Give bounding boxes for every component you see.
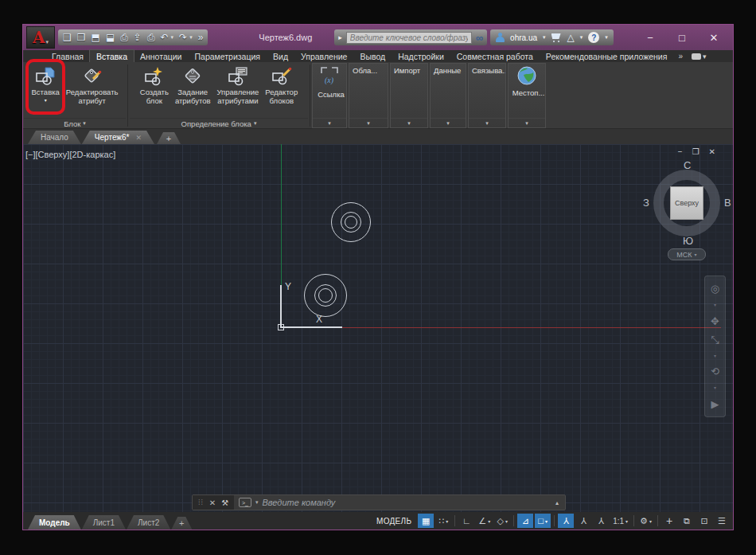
- crosshair-button[interactable]: +: [661, 514, 677, 528]
- undo-icon[interactable]: ↶: [161, 33, 169, 42]
- redo-dropdown-icon[interactable]: ▾: [189, 34, 193, 41]
- panel-data[interactable]: Данные ▾: [430, 63, 466, 128]
- viewport-controls-label[interactable]: [−][Сверху][2D-каркас]: [25, 150, 115, 159]
- tab-parametrizaciya[interactable]: Параметризация: [189, 50, 267, 62]
- orbit-icon[interactable]: ⟲: [711, 366, 719, 377]
- minimize-button[interactable]: −: [634, 27, 666, 48]
- viewcube-west-label[interactable]: З: [643, 197, 649, 209]
- redo-icon[interactable]: ↷: [179, 33, 187, 42]
- maximize-button[interactable]: □: [666, 27, 698, 48]
- undo-dropdown-icon[interactable]: ▾: [171, 34, 174, 41]
- layout-tab-list1[interactable]: Лист1: [82, 515, 126, 530]
- command-prompt-icon[interactable]: >_: [239, 498, 251, 507]
- a360-dropdown-icon[interactable]: ▾: [580, 34, 583, 41]
- customize-wrench-icon[interactable]: ⚒: [221, 498, 228, 507]
- close-icon[interactable]: ✕: [209, 498, 216, 507]
- open-icon[interactable]: ❒: [77, 33, 86, 42]
- app-menu-button[interactable]: A ▾: [26, 26, 55, 49]
- drawing-close-icon[interactable]: ✕: [709, 147, 715, 156]
- tab-glavnaya[interactable]: Главная: [45, 50, 90, 62]
- help-icon[interactable]: ?: [588, 32, 599, 43]
- command-line[interactable]: ⁞⁞ ✕ ⚒ >_ ▾ Введите команду ▴: [192, 494, 566, 510]
- exchange-cart-icon[interactable]: [551, 33, 562, 42]
- chevron-down-icon[interactable]: ▾: [714, 354, 716, 358]
- edit-attribute-button[interactable]: Редактировать атрибут: [64, 64, 121, 106]
- panel-reference-expand[interactable]: ▾: [313, 118, 346, 127]
- tab-rekomendovannye[interactable]: Рекомендованные приложения: [540, 50, 674, 62]
- file-tab-drawing[interactable]: Чертеж6* ✕: [82, 131, 154, 144]
- model-space-button[interactable]: МОДЕЛЬ: [372, 514, 416, 528]
- clean-screen-button[interactable]: ⊡: [696, 514, 712, 528]
- account-dropdown-icon[interactable]: ▾: [543, 34, 546, 41]
- new-drawing-tab-button[interactable]: +: [157, 132, 181, 144]
- new-layout-button[interactable]: +: [171, 517, 192, 530]
- annotation-autoscale-toggle[interactable]: Y: [575, 514, 591, 528]
- isodraft-toggle[interactable]: ◇▾: [494, 514, 510, 528]
- circle-object[interactable]: [345, 216, 357, 229]
- tab-nadstroyki[interactable]: Надстройки: [392, 50, 450, 62]
- drawing-minimize-icon[interactable]: −: [678, 147, 683, 156]
- drawing-restore-icon[interactable]: ❐: [692, 147, 699, 156]
- manage-attributes-button[interactable]: Управление атрибутами: [214, 64, 261, 106]
- qat-overflow-icon[interactable]: »: [198, 33, 204, 42]
- tab-vstavka[interactable]: Вставка: [90, 50, 134, 62]
- search-go-icon[interactable]: ▸: [338, 33, 342, 41]
- viewcube-north-label[interactable]: С: [684, 159, 691, 171]
- viewcube-top-face[interactable]: Сверху: [670, 186, 703, 220]
- a360-icon[interactable]: △: [567, 32, 575, 43]
- close-icon[interactable]: ✕: [135, 134, 142, 142]
- define-attributes-button[interactable]: Задание атрибутов: [173, 64, 213, 106]
- chevron-down-icon[interactable]: ▾: [714, 385, 716, 390]
- search-icon[interactable]: ∞: [476, 32, 483, 44]
- wcs-menu-button[interactable]: МСК ▾: [668, 248, 706, 260]
- file-tab-start[interactable]: Начало: [28, 131, 81, 144]
- close-button[interactable]: ✕: [698, 27, 730, 48]
- annotation-visibility-toggle[interactable]: Y: [558, 514, 574, 528]
- tab-annotacii[interactable]: Аннотации: [134, 50, 189, 62]
- save-as-icon[interactable]: ⬓: [106, 33, 115, 42]
- layout-tab-model[interactable]: Модель: [28, 515, 81, 530]
- insert-block-button[interactable]: Вставка ▾: [29, 64, 62, 104]
- circle-object[interactable]: [318, 288, 333, 303]
- tab-sovmestnaya-rabota[interactable]: Совместная работа: [450, 50, 540, 62]
- panel-reference[interactable]: (x) Ссылка ▾: [312, 63, 347, 128]
- plot-icon[interactable]: ⎙: [147, 33, 155, 42]
- object-snap-toggle[interactable]: □▾: [535, 514, 551, 528]
- save-icon[interactable]: ⬒: [92, 33, 100, 42]
- isolate-objects-button[interactable]: ⧉: [679, 514, 695, 528]
- panel-import-expand[interactable]: ▾: [391, 118, 427, 127]
- grid-toggle[interactable]: ▦: [418, 514, 434, 528]
- pan-icon[interactable]: ✥: [711, 316, 719, 326]
- annotation-scale-value[interactable]: 1:1▾: [610, 514, 630, 528]
- customization-menu-button[interactable]: ☰: [714, 514, 730, 528]
- new-icon[interactable]: ❑: [63, 33, 72, 42]
- chevron-down-icon[interactable]: ▾: [714, 303, 716, 307]
- tab-upravlenie[interactable]: Управление: [294, 50, 353, 62]
- panel-oblaka-expand[interactable]: ▾: [349, 118, 388, 127]
- tab-vyvod[interactable]: Вывод: [353, 50, 392, 62]
- block-editor-button[interactable]: Редактор блоков: [263, 64, 300, 106]
- panel-blockdef-caption[interactable]: Определение блока ▾: [130, 118, 308, 128]
- drag-handle[interactable]: ⁞⁞: [198, 498, 204, 506]
- panel-location[interactable]: Местоп... ▾: [508, 63, 546, 128]
- panel-linking-expand[interactable]: ▾: [469, 118, 505, 127]
- panel-oblaka[interactable]: Обла... ▾: [349, 63, 388, 128]
- layout-tab-list2[interactable]: Лист2: [127, 515, 170, 530]
- ribbon-minimize-button[interactable]: ▾: [688, 50, 711, 62]
- publish-icon[interactable]: ⇪: [134, 33, 142, 42]
- panel-import[interactable]: Импорт ▾: [390, 63, 428, 128]
- polar-tracking-toggle[interactable]: ∠▾: [476, 514, 493, 528]
- chevron-down-icon[interactable]: ▾: [255, 499, 259, 506]
- search-input[interactable]: [346, 32, 472, 44]
- ortho-toggle[interactable]: ∟: [458, 514, 474, 528]
- tab-vid[interactable]: Вид: [267, 50, 294, 62]
- panel-data-expand[interactable]: ▾: [431, 118, 466, 127]
- show-motion-icon[interactable]: ▶: [711, 399, 719, 409]
- object-snap-tracking-toggle[interactable]: ⊿: [517, 514, 533, 528]
- workspace-switching-button[interactable]: ⚙▾: [637, 514, 654, 528]
- panel-block-caption[interactable]: Блок ▾: [24, 118, 126, 128]
- panel-location-expand[interactable]: ▾: [509, 118, 545, 127]
- snap-toggle[interactable]: ∷▾: [435, 514, 451, 528]
- navigation-wheel-icon[interactable]: ◎: [711, 283, 719, 294]
- annotation-scale-toggle[interactable]: Y: [593, 514, 609, 528]
